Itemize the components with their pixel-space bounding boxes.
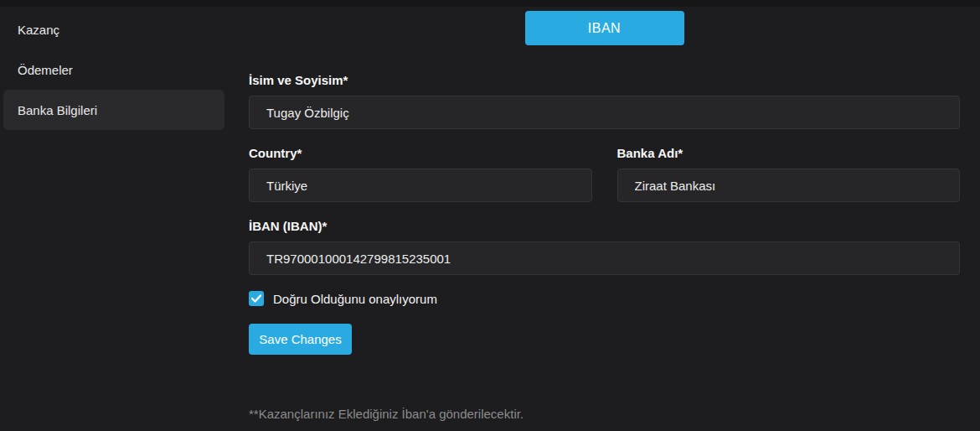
iban-field-label: İBAN (IBAN)* (249, 219, 960, 234)
settings-sidebar: Kazanç Ödemeler Banka Bilgileri (0, 7, 226, 431)
save-changes-button[interactable]: Save Changes (249, 324, 352, 355)
window-top-strip (0, 0, 980, 7)
page-layout: Kazanç Ödemeler Banka Bilgileri IBAN İsi… (0, 7, 980, 431)
name-field-label: İsim ve Soyisim* (249, 73, 960, 88)
country-column: Country* (249, 129, 592, 202)
confirm-checkbox-label: Doğru Olduğunu onaylıyorum (273, 292, 437, 306)
bank-name-input[interactable] (617, 169, 961, 202)
country-input[interactable] (249, 169, 592, 202)
sidebar-item-label: Kazanç (18, 23, 59, 37)
checkmark-icon (251, 294, 261, 303)
bank-name-field-label: Banka Adı* (617, 146, 961, 161)
sidebar-item-label: Banka Bilgileri (18, 103, 97, 117)
sidebar-item-label: Ödemeler (18, 63, 73, 77)
iban-input[interactable] (249, 241, 960, 275)
footer-note: **Kazançlarınız Eklediğiniz İban'a gönde… (249, 407, 960, 421)
sidebar-item-kazanc[interactable]: Kazanç (3, 9, 224, 49)
bank-info-panel: IBAN İsim ve Soyisim* Country* Banka Adı… (226, 7, 980, 431)
bank-name-column: Banka Adı* (617, 129, 961, 202)
confirm-row: Doğru Olduğunu onaylıyorum (249, 290, 960, 307)
country-field-label: Country* (249, 146, 592, 161)
confirm-checkbox[interactable] (249, 291, 264, 306)
sidebar-item-odemeler[interactable]: Ödemeler (3, 49, 224, 90)
country-bank-row: Country* Banka Adı* (249, 129, 960, 202)
tab-iban[interactable]: IBAN (525, 11, 684, 45)
tab-row: IBAN (249, 11, 960, 45)
name-input[interactable] (249, 96, 960, 129)
sidebar-item-banka-bilgileri[interactable]: Banka Bilgileri (3, 90, 224, 130)
